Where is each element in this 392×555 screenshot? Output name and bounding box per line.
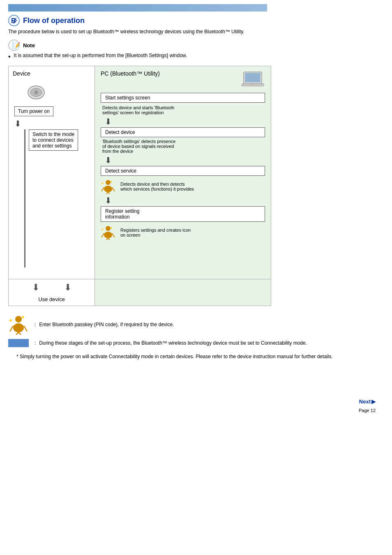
legend-section: ✦ ✦ : Enter Bluetooth passkey (PIN code)… xyxy=(8,314,384,347)
svg-line-29 xyxy=(10,326,13,332)
right-panel-header: PC (Bluetooth™ Utility) xyxy=(101,70,265,89)
svg-line-31 xyxy=(16,332,18,335)
person-icon-1: ✦ ✦ xyxy=(101,179,115,194)
svg-rect-8 xyxy=(245,73,261,83)
flow-diagram: Device Turn power on ⬇ Switch to the mod… xyxy=(8,66,271,279)
bottom-arrows: ⬇ ⬇ xyxy=(32,282,71,293)
svg-point-28 xyxy=(13,323,24,332)
switch-mode-line1: Switch to the mode xyxy=(32,131,74,137)
right-desc2: 'Bluetooth settings' detects presence of… xyxy=(101,139,265,154)
arrow-right-2: ⬇ xyxy=(101,156,265,164)
footnote: * Simply turning the power on will activ… xyxy=(8,354,384,359)
note-bullet-text: It is assumed that the set-up is perform… xyxy=(14,53,187,58)
legend-row-box: : During these stages of the set-up proc… xyxy=(8,339,384,347)
left-panel-device: Device Turn power on ⬇ Switch to the mod… xyxy=(9,66,95,279)
svg-text:📝: 📝 xyxy=(12,41,20,49)
person-icon-row-1: ✦ ✦ Detects device and then detects whic… xyxy=(101,179,265,194)
svg-line-24 xyxy=(108,238,110,240)
right-desc4-line2: on screen xyxy=(120,233,191,237)
svg-point-6 xyxy=(34,90,38,94)
arrow-symbol-r1: ⬇ xyxy=(105,117,112,126)
svg-point-12 xyxy=(104,186,112,192)
detect-service-box: Detect service xyxy=(101,166,265,176)
device-icon xyxy=(25,83,48,103)
arrow-symbol-r2: ⬇ xyxy=(105,156,112,164)
svg-text:✦: ✦ xyxy=(110,226,113,230)
note-label: Note xyxy=(23,42,35,48)
svg-point-20 xyxy=(104,232,112,238)
colon-1: : xyxy=(35,322,36,327)
svg-text:✦: ✦ xyxy=(101,227,104,232)
turn-power-on-box: Turn power on xyxy=(14,106,53,118)
use-device-row-container: ⬇ ⬇ Use device xyxy=(8,279,271,306)
legend-row-person: ✦ ✦ : Enter Bluetooth passkey (PIN code)… xyxy=(8,314,384,335)
svg-line-13 xyxy=(101,187,104,191)
page-title-row: B Flow of operation xyxy=(8,15,384,26)
next-arrow-icon: ▶ xyxy=(371,398,376,405)
right-desc3-line2: which services (functions) it provides xyxy=(120,187,194,191)
right-desc2-line2: of device based on signals received xyxy=(102,144,265,149)
switch-mode-line3: and enter settings xyxy=(32,143,74,149)
arrow-right-3: ⬇ xyxy=(101,196,265,205)
intro-text: The procedure below is used to set up Bl… xyxy=(8,29,384,35)
right-desc4: Registers settings and creates icon on s… xyxy=(119,228,191,237)
svg-text:✦: ✦ xyxy=(8,317,13,324)
bluetooth-title-icon: B xyxy=(8,15,20,26)
note-row: 📝 Note xyxy=(8,39,384,51)
legend-person-text: Enter Bluetooth passkey (PIN code), if r… xyxy=(39,322,174,327)
right-desc3-line1: Detects device and then detects xyxy=(120,182,194,187)
switch-mode-content: Switch to the mode to connect devices an… xyxy=(29,129,78,267)
page-number: Page 12 xyxy=(359,408,376,413)
bottom-section: Next ▶ Page 12 xyxy=(8,372,384,417)
svg-line-14 xyxy=(112,187,115,191)
svg-text:✦: ✦ xyxy=(110,180,113,184)
pc-panel-title: PC (Bluetooth™ Utility) xyxy=(101,70,160,77)
left-vert-bar xyxy=(24,129,25,267)
turn-power-on-label: Turn power on xyxy=(14,106,53,116)
right-desc2-line3: from the device xyxy=(102,149,265,154)
right-desc3: Detects device and then detects which se… xyxy=(119,182,194,191)
person-icon-2: ✦ ✦ xyxy=(101,225,115,240)
use-device-label: Use device xyxy=(38,296,65,302)
legend-person-icon: ✦ ✦ xyxy=(8,314,29,335)
svg-line-30 xyxy=(24,326,27,332)
arrow-after-power: ⬇ xyxy=(13,120,21,128)
svg-rect-10 xyxy=(249,84,256,85)
svg-line-32 xyxy=(18,332,21,335)
legend-box-text: During these stages of the set-up proces… xyxy=(39,340,307,346)
right-panel-pc: PC (Bluetooth™ Utility) Start settings s… xyxy=(95,66,271,279)
bottom-arrow-left: ⬇ xyxy=(32,282,39,293)
bullet-dot: • xyxy=(8,53,11,60)
page-title: Flow of operation xyxy=(23,16,85,25)
right-desc4-line1: Registers settings and creates icon xyxy=(120,228,191,233)
register-setting-line2: information xyxy=(105,214,261,220)
left-bottom-panel: ⬇ ⬇ Use device xyxy=(9,279,95,306)
arrow-symbol-r3: ⬇ xyxy=(105,196,112,205)
switch-mode-container: Switch to the mode to connect devices an… xyxy=(13,129,78,267)
arrow-symbol-1: ⬇ xyxy=(14,120,21,128)
bullet-note: • It is assumed that the set-up is perfo… xyxy=(8,53,384,60)
device-panel-title: Device xyxy=(13,70,30,77)
colon-2: : xyxy=(35,340,36,346)
next-button[interactable]: Next ▶ xyxy=(359,398,376,405)
bottom-arrow-right: ⬇ xyxy=(64,282,71,293)
switch-mode-box: Switch to the mode to connect devices an… xyxy=(29,129,78,151)
right-desc1: Detects device and starts 'Bluetooth set… xyxy=(101,105,265,115)
svg-line-21 xyxy=(101,233,104,237)
note-icon: 📝 xyxy=(8,39,20,51)
right-bottom-spacer xyxy=(95,279,271,306)
start-screen-box: Start settings screen xyxy=(101,93,265,103)
next-label: Next xyxy=(359,398,371,405)
spacer-bottom xyxy=(8,372,384,392)
svg-text:B: B xyxy=(11,17,16,24)
legend-blue-box xyxy=(8,339,29,347)
svg-line-22 xyxy=(112,233,115,237)
detect-device-box: Detect device xyxy=(101,127,265,137)
laptop-icon xyxy=(240,70,265,89)
register-setting-line1: Register setting xyxy=(105,208,261,214)
left-spacer xyxy=(29,152,78,267)
svg-line-16 xyxy=(108,192,110,194)
right-desc1-line1: Detects device and starts 'Bluetooth xyxy=(102,105,265,110)
person-icon-row-2: ✦ ✦ Registers settings and creates icon … xyxy=(101,225,265,240)
right-desc2-line1: 'Bluetooth settings' detects presence xyxy=(102,139,265,144)
